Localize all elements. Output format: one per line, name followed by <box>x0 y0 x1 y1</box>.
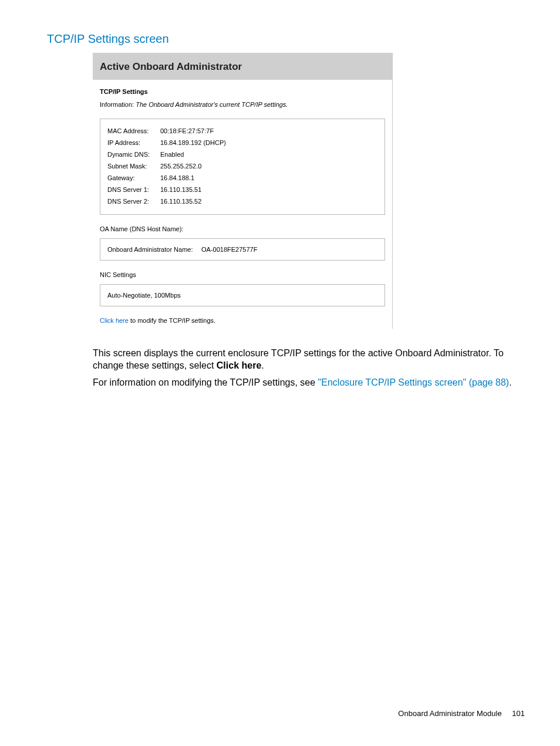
modify-settings-text: to modify the TCP/IP settings. <box>129 317 215 324</box>
row-ip: IP Address: 16.84.189.192 (DHCP) <box>107 137 377 148</box>
narrative-p1-c: . <box>261 360 264 370</box>
oa-name-label: OA Name (DNS Host Name): <box>100 225 385 232</box>
value-oa-name: OA-0018FE27577F <box>201 246 257 253</box>
information-label: Information: <box>100 101 134 108</box>
tcpip-settings-title: TCP/IP Settings <box>100 88 385 95</box>
information-line: Information: The Onboard Administrator's… <box>100 101 385 108</box>
nic-settings-label: NIC Settings <box>100 271 385 278</box>
row-mask: Subnet Mask: 255.255.252.0 <box>107 160 377 172</box>
value-ip: 16.84.189.192 (DHCP) <box>160 137 226 148</box>
tcpip-values-box: MAC Address: 00:18:FE:27:57:7F IP Addres… <box>100 119 385 215</box>
label-mac: MAC Address: <box>107 125 160 137</box>
row-mac: MAC Address: 00:18:FE:27:57:7F <box>107 125 377 137</box>
narrative-p1-a: This screen displays the current enclosu… <box>93 348 504 370</box>
value-mask: 255.255.252.0 <box>160 160 201 172</box>
oa-name-box: Onboard Administrator Name: OA-0018FE275… <box>100 238 385 261</box>
tcpip-settings-screenshot: Active Onboard Administrator TCP/IP Sett… <box>93 53 393 329</box>
value-dns2: 16.110.135.52 <box>160 195 201 207</box>
row-dns2: DNS Server 2: 16.110.135.52 <box>107 195 377 207</box>
narrative-p2-c: . <box>509 377 511 387</box>
nic-settings-box: Auto-Negotiate, 100Mbps <box>100 284 385 306</box>
modify-settings-line: Click here to modify the TCP/IP settings… <box>100 317 385 324</box>
page-footer: Onboard Administrator Module 101 <box>398 709 525 718</box>
screenshot-titlebar: Active Onboard Administrator <box>93 53 392 80</box>
narrative-p2-a: For information on modifying the TCP/IP … <box>93 377 318 387</box>
narrative-paragraph-1: This screen displays the current enclosu… <box>93 347 527 372</box>
information-text: The Onboard Administrator's current TCP/… <box>136 101 288 108</box>
value-mac: 00:18:FE:27:57:7F <box>160 125 214 137</box>
row-ddns: Dynamic DNS: Enabled <box>107 148 377 160</box>
label-oa-name: Onboard Administrator Name: <box>107 246 201 253</box>
click-here-link[interactable]: Click here <box>100 317 129 324</box>
label-ddns: Dynamic DNS: <box>107 148 160 160</box>
cross-reference-link[interactable]: "Enclosure TCP/IP Settings screen" (page… <box>318 377 510 387</box>
section-heading: TCP/IP Settings screen <box>47 32 169 46</box>
row-oa-name: Onboard Administrator Name: OA-0018FE275… <box>107 246 377 253</box>
label-ip: IP Address: <box>107 137 160 148</box>
page-number: 101 <box>512 709 525 718</box>
label-dns1: DNS Server 1: <box>107 184 160 195</box>
label-mask: Subnet Mask: <box>107 160 160 172</box>
footer-section-name: Onboard Administrator Module <box>398 709 501 718</box>
value-dns1: 16.110.135.51 <box>160 184 201 195</box>
label-dns2: DNS Server 2: <box>107 195 160 207</box>
narrative-click-here-bold: Click here <box>217 360 261 370</box>
row-dns1: DNS Server 1: 16.110.135.51 <box>107 184 377 195</box>
value-ddns: Enabled <box>160 148 184 160</box>
narrative-text: This screen displays the current enclosu… <box>93 347 527 393</box>
label-gateway: Gateway: <box>107 172 160 184</box>
row-gateway: Gateway: 16.84.188.1 <box>107 172 377 184</box>
narrative-paragraph-2: For information on modifying the TCP/IP … <box>93 377 527 389</box>
screenshot-body: TCP/IP Settings Information: The Onboard… <box>93 80 392 329</box>
value-gateway: 16.84.188.1 <box>160 172 194 184</box>
